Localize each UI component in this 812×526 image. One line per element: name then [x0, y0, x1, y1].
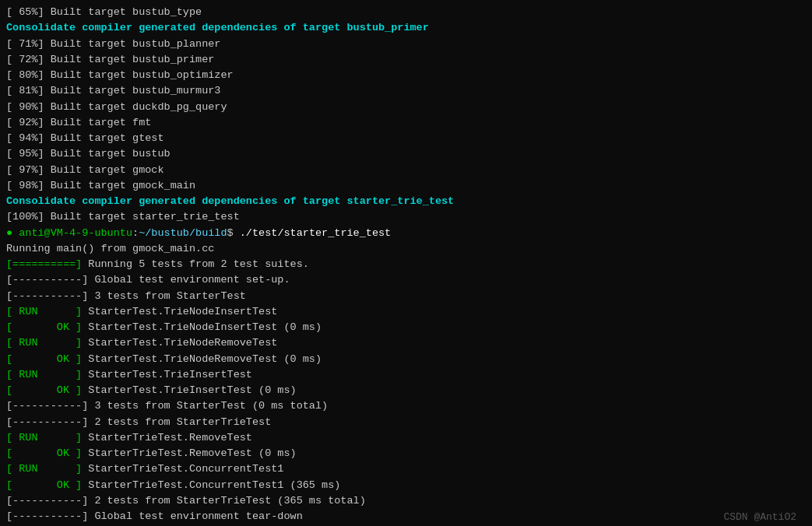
terminal-line: Consolidate compiler generated dependenc…: [6, 194, 806, 209]
terminal-line: [ 80%] Built target bustub_optimizer: [6, 68, 806, 83]
terminal-line: [ RUN ] StarterTrieTest.ConcurrentTest1: [6, 461, 806, 477]
terminal-line: [ RUN ] StarterTest.TrieNodeRemoveTest: [6, 335, 806, 351]
terminal-line: [-----------] 3 tests from StarterTest (…: [6, 398, 806, 414]
terminal-line: [ 98%] Built target gmock_main: [6, 178, 806, 194]
watermark: CSDN @AntiO2: [723, 510, 796, 525]
terminal-line: [ 72%] Built target bustub_primer: [6, 52, 806, 68]
terminal-line: [==========] Running 5 tests from 2 test…: [6, 257, 806, 272]
terminal-line: [-----------] 2 tests from StarterTrieTe…: [6, 415, 806, 430]
terminal-line: [ RUN ] StarterTest.TrieNodeInsertTest: [6, 304, 806, 320]
terminal-line: [100%] Built target starter_trie_test: [6, 209, 806, 225]
terminal-line: [ 71%] Built target bustub_planner: [6, 37, 806, 52]
terminal-line: [ OK ] StarterTest.TrieNodeInsertTest (0…: [6, 320, 806, 335]
terminal-line: [ 94%] Built target gtest: [6, 131, 806, 146]
terminal-line: [ 65%] Built target bustub_type: [6, 5, 806, 20]
terminal-line: [ RUN ] StarterTest.TrieInsertTest: [6, 367, 806, 383]
terminal-window: [ 65%] Built target bustub_typeConsolida…: [6, 5, 806, 526]
terminal-line: [ OK ] StarterTrieTest.RemoveTest (0 ms): [6, 446, 806, 461]
terminal-line: [ 81%] Built target bustub_murmur3: [6, 83, 806, 99]
terminal-line: ● anti@VM-4-9-ubuntu:~/bustub/build$ ./t…: [6, 226, 806, 241]
terminal-line: [ OK ] StarterTrieTest.ConcurrentTest1 (…: [6, 478, 806, 493]
terminal-line: Consolidate compiler generated dependenc…: [6, 20, 806, 36]
terminal-line: [-----------] Global test environment te…: [6, 509, 806, 524]
terminal-line: [ RUN ] StarterTrieTest.RemoveTest: [6, 430, 806, 446]
terminal-line: [ OK ] StarterTest.TrieNodeRemoveTest (0…: [6, 352, 806, 367]
terminal-line: [-----------] 3 tests from StarterTest: [6, 289, 806, 304]
terminal-line: [ 90%] Built target duckdb_pg_query: [6, 100, 806, 115]
terminal-line: [-----------] 2 tests from StarterTrieTe…: [6, 493, 806, 509]
terminal-line: [ OK ] StarterTest.TrieInsertTest (0 ms): [6, 383, 806, 398]
terminal-output: [ 65%] Built target bustub_typeConsolida…: [6, 5, 806, 526]
terminal-line: Running main() from gmock_main.cc: [6, 241, 806, 257]
terminal-line: [ 95%] Built target bustub: [6, 146, 806, 162]
terminal-line: [ 92%] Built target fmt: [6, 115, 806, 131]
terminal-line: [-----------] Global test environment se…: [6, 272, 806, 288]
terminal-line: [ 97%] Built target gmock: [6, 163, 806, 178]
